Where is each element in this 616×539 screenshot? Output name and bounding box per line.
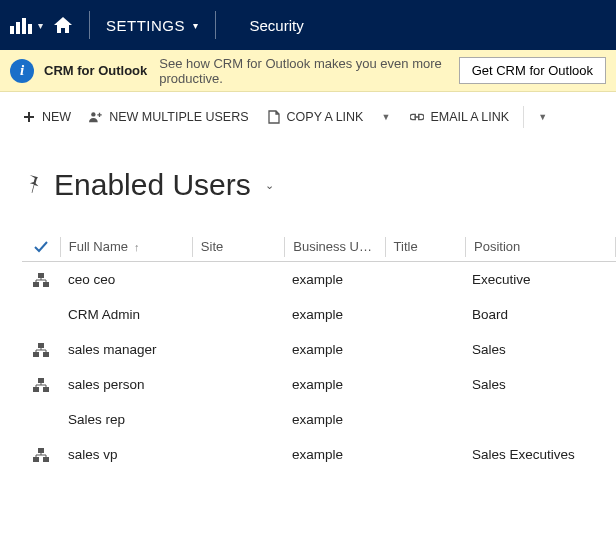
plus-icon bbox=[22, 110, 36, 124]
col-label: Full Name bbox=[69, 239, 128, 254]
col-label: Site bbox=[201, 239, 223, 254]
new-multiple-users-button[interactable]: NEW MULTIPLE USERS bbox=[81, 106, 256, 128]
users-plus-icon bbox=[89, 110, 103, 124]
col-label: Business Unit... bbox=[293, 239, 383, 254]
home-icon[interactable] bbox=[47, 0, 79, 50]
new-button[interactable]: NEW bbox=[14, 106, 79, 128]
command-toolbar: NEW NEW MULTIPLE USERS COPY A LINK ▼ EMA… bbox=[0, 92, 616, 142]
table-row[interactable]: ceo ceoexampleExecutive bbox=[22, 262, 616, 297]
notification-title: CRM for Outlook bbox=[44, 63, 147, 78]
nav-settings-label: SETTINGS bbox=[106, 17, 185, 34]
copy-link-button[interactable]: COPY A LINK bbox=[259, 106, 372, 128]
nav-divider bbox=[215, 11, 216, 39]
svg-point-4 bbox=[91, 112, 95, 116]
cell-full-name: sales person bbox=[60, 377, 192, 392]
cell-business-unit: example bbox=[284, 342, 384, 357]
svg-rect-8 bbox=[38, 343, 44, 348]
new-label: NEW bbox=[42, 110, 71, 124]
copy-link-dropdown[interactable]: ▼ bbox=[381, 112, 390, 122]
table-row[interactable]: sales vpexampleSales Executives bbox=[22, 437, 616, 472]
svg-rect-12 bbox=[33, 387, 39, 392]
new-multiple-label: NEW MULTIPLE USERS bbox=[109, 110, 248, 124]
pin-icon[interactable] bbox=[22, 173, 42, 197]
cell-business-unit: example bbox=[284, 377, 384, 392]
hierarchy-icon[interactable] bbox=[22, 448, 60, 462]
table-row[interactable]: Sales repexample bbox=[22, 402, 616, 437]
cell-position: Sales bbox=[464, 342, 614, 357]
nav-divider bbox=[89, 11, 90, 39]
svg-rect-6 bbox=[33, 282, 39, 287]
nav-settings[interactable]: SETTINGS ▾ bbox=[100, 0, 205, 50]
email-link-button[interactable]: EMAIL A LINK bbox=[402, 106, 517, 128]
link-icon bbox=[410, 110, 424, 124]
col-header-business-unit[interactable]: Business Unit... bbox=[285, 239, 384, 254]
cell-business-unit: example bbox=[284, 412, 384, 427]
svg-rect-7 bbox=[43, 282, 49, 287]
svg-rect-15 bbox=[33, 457, 39, 462]
table-row[interactable]: sales managerexampleSales bbox=[22, 332, 616, 367]
grid-header: Full Name ↑ Site Business Unit... Title … bbox=[22, 232, 616, 262]
table-row[interactable]: sales personexampleSales bbox=[22, 367, 616, 402]
svg-rect-11 bbox=[38, 378, 44, 383]
page-title-area: Enabled Users ⌄ bbox=[22, 168, 616, 202]
sort-asc-icon: ↑ bbox=[134, 241, 140, 253]
col-label: Title bbox=[394, 239, 418, 254]
svg-rect-0 bbox=[10, 26, 14, 34]
svg-rect-16 bbox=[43, 457, 49, 462]
col-label: Position bbox=[474, 239, 520, 254]
chevron-down-icon: ▾ bbox=[193, 20, 199, 31]
document-icon bbox=[267, 110, 281, 124]
svg-rect-2 bbox=[22, 18, 26, 34]
grid-body: ceo ceoexampleExecutiveCRM AdminexampleB… bbox=[22, 262, 616, 472]
svg-rect-10 bbox=[43, 352, 49, 357]
svg-rect-5 bbox=[38, 273, 44, 278]
cell-position: Sales Executives bbox=[464, 447, 614, 462]
svg-rect-13 bbox=[43, 387, 49, 392]
top-navbar: ▾ SETTINGS ▾ Security bbox=[0, 0, 616, 50]
users-grid: Full Name ↑ Site Business Unit... Title … bbox=[22, 232, 616, 472]
notification-text: See how CRM for Outlook makes you even m… bbox=[159, 56, 446, 86]
toolbar-divider bbox=[523, 106, 524, 128]
cell-business-unit: example bbox=[284, 447, 384, 462]
col-header-full-name[interactable]: Full Name ↑ bbox=[61, 239, 192, 254]
nav-security-label: Security bbox=[250, 17, 304, 34]
svg-rect-9 bbox=[33, 352, 39, 357]
hierarchy-icon[interactable] bbox=[22, 378, 60, 392]
cell-business-unit: example bbox=[284, 307, 384, 322]
notification-bar: i CRM for Outlook See how CRM for Outloo… bbox=[0, 50, 616, 92]
cell-full-name: sales vp bbox=[60, 447, 192, 462]
hierarchy-icon[interactable] bbox=[22, 343, 60, 357]
info-icon: i bbox=[10, 59, 34, 83]
svg-rect-14 bbox=[38, 448, 44, 453]
col-header-position[interactable]: Position bbox=[466, 239, 615, 254]
cell-full-name: Sales rep bbox=[60, 412, 192, 427]
cell-business-unit: example bbox=[284, 272, 384, 287]
email-link-dropdown[interactable]: ▼ bbox=[538, 112, 547, 122]
get-crm-button[interactable]: Get CRM for Outlook bbox=[459, 57, 606, 84]
cell-full-name: ceo ceo bbox=[60, 272, 192, 287]
cell-full-name: sales manager bbox=[60, 342, 192, 357]
cell-full-name: CRM Admin bbox=[60, 307, 192, 322]
cell-position: Board bbox=[464, 307, 614, 322]
nav-security[interactable]: Security bbox=[244, 0, 310, 50]
email-link-label: EMAIL A LINK bbox=[430, 110, 509, 124]
svg-rect-1 bbox=[16, 22, 20, 34]
cell-position: Sales bbox=[464, 377, 614, 392]
page-title: Enabled Users bbox=[54, 168, 251, 202]
select-all-checkbox[interactable] bbox=[22, 240, 60, 254]
col-header-title[interactable]: Title bbox=[386, 239, 466, 254]
table-row[interactable]: CRM AdminexampleBoard bbox=[22, 297, 616, 332]
app-logo-icon[interactable] bbox=[6, 10, 36, 40]
view-selector-chevron-icon[interactable]: ⌄ bbox=[265, 179, 274, 192]
cell-position: Executive bbox=[464, 272, 614, 287]
hierarchy-icon[interactable] bbox=[22, 273, 60, 287]
col-header-site[interactable]: Site bbox=[193, 239, 284, 254]
copy-link-label: COPY A LINK bbox=[287, 110, 364, 124]
logo-chevron-down-icon[interactable]: ▾ bbox=[38, 20, 43, 31]
svg-rect-3 bbox=[28, 24, 32, 34]
